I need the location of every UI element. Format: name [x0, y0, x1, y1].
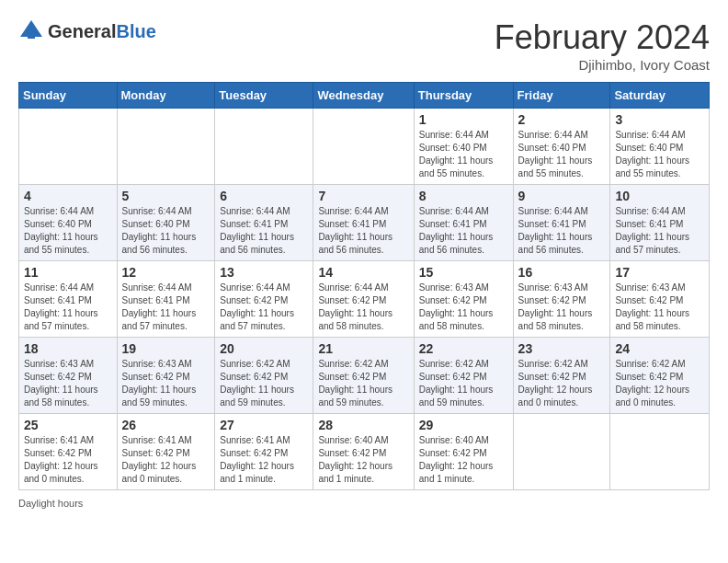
logo: GeneralBlue	[18, 18, 156, 44]
day-info: Sunrise: 6:43 AM Sunset: 6:42 PM Dayligh…	[518, 282, 606, 333]
day-number: 6	[220, 189, 308, 203]
calendar-cell: 13Sunrise: 6:44 AM Sunset: 6:42 PM Dayli…	[215, 261, 313, 338]
day-number: 29	[419, 418, 508, 432]
day-number: 25	[24, 418, 112, 432]
calendar-cell: 5Sunrise: 6:44 AM Sunset: 6:40 PM Daylig…	[117, 185, 215, 261]
day-number: 15	[419, 265, 508, 280]
calendar-week-row: 4Sunrise: 6:44 AM Sunset: 6:40 PM Daylig…	[19, 185, 710, 261]
day-number: 20	[220, 341, 308, 356]
calendar-footer: Daylight hours	[18, 498, 710, 509]
calendar-week-row: 11Sunrise: 6:44 AM Sunset: 6:41 PM Dayli…	[19, 261, 710, 338]
day-number: 28	[318, 418, 408, 432]
calendar-cell: 11Sunrise: 6:44 AM Sunset: 6:41 PM Dayli…	[19, 261, 118, 338]
day-number: 13	[220, 265, 308, 280]
day-number: 24	[615, 341, 704, 356]
day-info: Sunrise: 6:44 AM Sunset: 6:41 PM Dayligh…	[318, 205, 408, 257]
header-row: SundayMondayTuesdayWednesdayThursdayFrid…	[19, 83, 710, 109]
day-info: Sunrise: 6:40 AM Sunset: 6:42 PM Dayligh…	[318, 434, 408, 486]
day-info: Sunrise: 6:44 AM Sunset: 6:41 PM Dayligh…	[122, 282, 210, 333]
header-cell-saturday: Saturday	[610, 83, 710, 109]
calendar-cell	[610, 414, 710, 490]
day-info: Sunrise: 6:43 AM Sunset: 6:42 PM Dayligh…	[122, 358, 210, 409]
day-info: Sunrise: 6:41 AM Sunset: 6:42 PM Dayligh…	[220, 434, 308, 486]
day-info: Sunrise: 6:41 AM Sunset: 6:42 PM Dayligh…	[24, 434, 112, 486]
location-subtitle: Djihimbo, Ivory Coast	[495, 57, 710, 73]
calendar-cell: 18Sunrise: 6:43 AM Sunset: 6:42 PM Dayli…	[19, 338, 118, 414]
calendar-cell: 29Sunrise: 6:40 AM Sunset: 6:42 PM Dayli…	[414, 414, 513, 490]
day-number: 1	[419, 112, 508, 127]
logo-icon	[18, 18, 44, 44]
day-number: 17	[615, 265, 704, 280]
calendar-week-row: 18Sunrise: 6:43 AM Sunset: 6:42 PM Dayli…	[19, 338, 710, 414]
day-number: 22	[419, 341, 508, 356]
day-number: 4	[24, 189, 112, 203]
day-number: 26	[122, 418, 210, 432]
calendar-cell: 12Sunrise: 6:44 AM Sunset: 6:41 PM Dayli…	[117, 261, 215, 338]
day-number: 18	[24, 341, 112, 356]
calendar-cell: 21Sunrise: 6:42 AM Sunset: 6:42 PM Dayli…	[313, 338, 414, 414]
header-cell-sunday: Sunday	[19, 83, 118, 109]
day-info: Sunrise: 6:44 AM Sunset: 6:40 PM Dayligh…	[518, 129, 606, 180]
day-number: 7	[318, 189, 408, 203]
calendar-cell: 23Sunrise: 6:42 AM Sunset: 6:42 PM Dayli…	[513, 338, 610, 414]
calendar-table: SundayMondayTuesdayWednesdayThursdayFrid…	[18, 82, 710, 490]
day-info: Sunrise: 6:43 AM Sunset: 6:42 PM Dayligh…	[419, 282, 508, 333]
day-info: Sunrise: 6:44 AM Sunset: 6:42 PM Dayligh…	[220, 282, 308, 333]
day-info: Sunrise: 6:44 AM Sunset: 6:41 PM Dayligh…	[615, 205, 704, 257]
calendar-cell: 17Sunrise: 6:43 AM Sunset: 6:42 PM Dayli…	[610, 261, 710, 338]
calendar-cell: 25Sunrise: 6:41 AM Sunset: 6:42 PM Dayli…	[19, 414, 118, 490]
calendar-cell: 1Sunrise: 6:44 AM Sunset: 6:40 PM Daylig…	[414, 109, 513, 185]
daylight-label: Daylight hours	[18, 498, 83, 509]
day-number: 3	[615, 112, 704, 127]
header-cell-friday: Friday	[513, 83, 610, 109]
calendar-cell: 3Sunrise: 6:44 AM Sunset: 6:40 PM Daylig…	[610, 109, 710, 185]
logo-general: General	[48, 21, 116, 41]
calendar-cell: 16Sunrise: 6:43 AM Sunset: 6:42 PM Dayli…	[513, 261, 610, 338]
header-cell-wednesday: Wednesday	[313, 83, 414, 109]
day-info: Sunrise: 6:42 AM Sunset: 6:42 PM Dayligh…	[419, 358, 508, 409]
day-info: Sunrise: 6:44 AM Sunset: 6:40 PM Dayligh…	[615, 129, 704, 180]
day-number: 8	[419, 189, 508, 203]
calendar-cell: 4Sunrise: 6:44 AM Sunset: 6:40 PM Daylig…	[19, 185, 118, 261]
calendar-cell	[313, 109, 414, 185]
day-number: 21	[318, 341, 408, 356]
calendar-cell: 14Sunrise: 6:44 AM Sunset: 6:42 PM Dayli…	[313, 261, 414, 338]
day-number: 10	[615, 189, 704, 203]
calendar-cell: 27Sunrise: 6:41 AM Sunset: 6:42 PM Dayli…	[215, 414, 313, 490]
calendar-cell: 7Sunrise: 6:44 AM Sunset: 6:41 PM Daylig…	[313, 185, 414, 261]
calendar-cell	[215, 109, 313, 185]
day-info: Sunrise: 6:44 AM Sunset: 6:41 PM Dayligh…	[419, 205, 508, 257]
calendar-cell: 24Sunrise: 6:42 AM Sunset: 6:42 PM Dayli…	[610, 338, 710, 414]
calendar-cell: 9Sunrise: 6:44 AM Sunset: 6:41 PM Daylig…	[513, 185, 610, 261]
day-info: Sunrise: 6:41 AM Sunset: 6:42 PM Dayligh…	[122, 434, 210, 486]
calendar-week-row: 1Sunrise: 6:44 AM Sunset: 6:40 PM Daylig…	[19, 109, 710, 185]
day-number: 2	[518, 112, 606, 127]
day-number: 9	[518, 189, 606, 203]
day-number: 23	[518, 341, 606, 356]
day-info: Sunrise: 6:42 AM Sunset: 6:42 PM Dayligh…	[318, 358, 408, 409]
day-info: Sunrise: 6:44 AM Sunset: 6:41 PM Dayligh…	[24, 282, 112, 333]
calendar-cell: 6Sunrise: 6:44 AM Sunset: 6:41 PM Daylig…	[215, 185, 313, 261]
day-number: 12	[122, 265, 210, 280]
calendar-cell: 10Sunrise: 6:44 AM Sunset: 6:41 PM Dayli…	[610, 185, 710, 261]
day-number: 16	[518, 265, 606, 280]
calendar-week-row: 25Sunrise: 6:41 AM Sunset: 6:42 PM Dayli…	[19, 414, 710, 490]
day-number: 14	[318, 265, 408, 280]
calendar-cell	[117, 109, 215, 185]
svg-rect-1	[28, 31, 35, 39]
page-header: GeneralBlue February 2024 Djihimbo, Ivor…	[18, 18, 710, 73]
logo-blue: Blue	[116, 21, 155, 41]
calendar-cell: 22Sunrise: 6:42 AM Sunset: 6:42 PM Dayli…	[414, 338, 513, 414]
day-info: Sunrise: 6:42 AM Sunset: 6:42 PM Dayligh…	[518, 358, 606, 409]
calendar-cell: 8Sunrise: 6:44 AM Sunset: 6:41 PM Daylig…	[414, 185, 513, 261]
calendar-header: SundayMondayTuesdayWednesdayThursdayFrid…	[19, 83, 710, 109]
day-info: Sunrise: 6:44 AM Sunset: 6:41 PM Dayligh…	[518, 205, 606, 257]
day-info: Sunrise: 6:43 AM Sunset: 6:42 PM Dayligh…	[24, 358, 112, 409]
day-info: Sunrise: 6:42 AM Sunset: 6:42 PM Dayligh…	[615, 358, 704, 409]
day-number: 19	[122, 341, 210, 356]
header-cell-tuesday: Tuesday	[215, 83, 313, 109]
day-info: Sunrise: 6:42 AM Sunset: 6:42 PM Dayligh…	[220, 358, 308, 409]
day-info: Sunrise: 6:44 AM Sunset: 6:40 PM Dayligh…	[419, 129, 508, 180]
calendar-body: 1Sunrise: 6:44 AM Sunset: 6:40 PM Daylig…	[19, 109, 710, 490]
calendar-cell: 19Sunrise: 6:43 AM Sunset: 6:42 PM Dayli…	[117, 338, 215, 414]
